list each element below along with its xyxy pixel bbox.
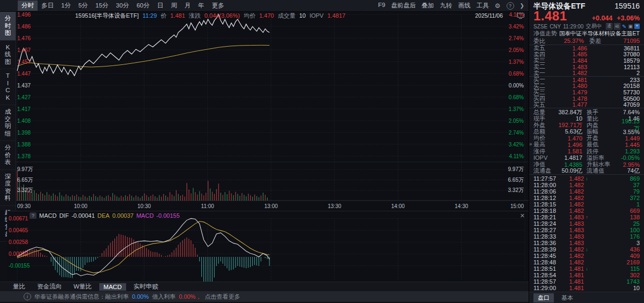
sidebar-item-label: 深 度 资 料 <box>5 173 11 202</box>
tab-fundamentals[interactable]: 基本 <box>557 293 577 302</box>
toolbar-tab-5[interactable]: 15分 <box>92 1 112 11</box>
indicator-tab-2[interactable]: 资金流向 <box>33 282 66 291</box>
sidebar-item-3[interactable]: T I C K <box>0 69 16 105</box>
indicator-help-icon[interactable]: ? <box>30 212 36 219</box>
snapshot-icon[interactable]: ▣ <box>628 24 633 29</box>
toolbar-tab-9[interactable]: 周 <box>167 1 181 11</box>
price-volume-chart[interactable]: 1.4964.11%1.4863.42%1.4762.74%1.4672.05%… <box>16 12 529 211</box>
tick-price: 1.482 <box>561 188 584 195</box>
macd-value-label: MACD <box>136 212 153 219</box>
indicator-tab-5[interactable]: 实时申赎 <box>129 282 163 291</box>
weicha-value: 71095 <box>601 38 640 44</box>
sidebar-item-6[interactable]: 深 度 资 料 <box>0 170 16 206</box>
toolbar-tab-7[interactable]: 60分 <box>133 1 153 11</box>
tick-row[interactable]: 11:28:121.482372 <box>529 195 644 201</box>
toolbar-tab-11[interactable]: 年 <box>194 1 208 11</box>
toolbar-action-4[interactable]: 九转 <box>440 2 452 10</box>
quote-timestamp: 11:29:00 <box>563 24 583 29</box>
tick-row[interactable]: 11:28:211.483↑138 <box>529 214 644 220</box>
toolbar-action-5[interactable]: 画线 <box>458 2 471 10</box>
svg-text:2.05%: 2.05% <box>509 118 524 124</box>
iopv-value: 1.4817 <box>327 12 346 19</box>
settings-gear-icon[interactable]: ⚙ <box>495 2 501 10</box>
toolbar-tab-3[interactable]: 1分 <box>57 1 75 11</box>
toolbar-tab-1[interactable]: 分时 <box>18 1 38 11</box>
pencil-icon[interactable]: ✎ <box>622 24 626 29</box>
toolbar-tab-10[interactable]: 月 <box>181 1 195 11</box>
svg-text:3.42%: 3.42% <box>509 24 524 29</box>
tick-time: 11:28:06 <box>533 188 561 195</box>
toolbar-action-items: F9盘前盘后叠加九转画线工具 <box>378 2 488 10</box>
tick-row[interactable]: 11:28:181.482669 <box>529 208 644 214</box>
indicator-tab-3[interactable]: W量比 <box>69 282 96 291</box>
period-tab-bar: 分时多日1分5分15分30分60分日周月年更多 <box>18 1 228 11</box>
tick-row[interactable]: 11:28:001.48237 <box>529 182 644 188</box>
indicator-tab-1[interactable]: 量比 <box>9 282 30 291</box>
svg-text:1.427: 1.427 <box>17 94 31 100</box>
tick-row[interactable]: 11:28:271.483100 <box>529 227 644 233</box>
toolbar-tab-6[interactable]: 30分 <box>112 1 133 11</box>
expand-arrow-icon[interactable]: ❯ <box>520 3 524 9</box>
tick-volume: 138 <box>590 214 640 220</box>
ask-row[interactable]: 卖一1.4822 <box>529 70 644 76</box>
tick-row[interactable]: 11:28:571.4811743 <box>529 278 644 285</box>
tick-row[interactable]: 11:28:151.4821 <box>529 201 644 208</box>
toolbar-action-6[interactable]: 工具 <box>477 2 489 10</box>
stat-value: 1.470 <box>558 135 582 142</box>
bid-row[interactable]: 买五1.47747059 <box>529 101 644 108</box>
svg-text:1.476: 1.476 <box>17 35 31 41</box>
tick-row[interactable]: 11:28:361.4833 <box>529 240 644 246</box>
help-icon[interactable]: ? <box>507 2 514 10</box>
currency-label: CNY <box>550 24 561 29</box>
tick-time: 11:28:21 <box>533 214 561 220</box>
notice-more-link[interactable]: 点击查看更多 <box>204 293 240 301</box>
toolbar-action-2[interactable]: 盘前盘后 <box>391 2 416 10</box>
svg-text:15:00: 15:00 <box>510 203 524 209</box>
toolbar-tab-12[interactable]: 更多 <box>208 1 228 11</box>
margin-badge: 融 <box>614 23 620 29</box>
tick-row[interactable]: 11:28:241.48325 <box>529 220 644 227</box>
tick-price: 1.481 <box>561 285 584 291</box>
tick-row[interactable]: 11:28:451.482409 <box>529 253 644 259</box>
stat-value: -0.05% <box>617 154 640 161</box>
sidebar-item-2[interactable]: K 线 图 <box>0 41 16 70</box>
tick-volume: 100 <box>590 227 640 233</box>
tick-row[interactable]: 11:28:541.481302 <box>529 272 644 278</box>
tick-price: 1.482 <box>561 208 584 214</box>
bid-row-label: 买五 <box>533 101 553 109</box>
change-percent: +3.06% <box>617 14 640 23</box>
tick-row[interactable]: 11:29:001.48110 <box>529 285 644 291</box>
svg-text:3.32万: 3.32万 <box>17 187 33 193</box>
bid-row-volume: 57730 <box>587 89 640 95</box>
collapse-panel-icon[interactable]: » <box>529 142 532 147</box>
tick-row[interactable]: 11:28:481.4822169 <box>529 259 644 265</box>
macd-chart[interactable]: 0.006710.004650.002580.00052-0.00155 <box>7 211 529 282</box>
svg-text:10:30: 10:30 <box>137 203 151 209</box>
svg-text:1.398: 1.398 <box>17 130 31 136</box>
toolbar-action-1[interactable]: F9 <box>378 2 385 10</box>
tick-row[interactable]: 11:28:391.482↓436 <box>529 246 644 253</box>
sidebar-item-1[interactable]: 分 时 图 <box>0 12 16 41</box>
tick-row[interactable]: 11:28:331.483176 <box>529 233 644 240</box>
toolbar-tab-8[interactable]: 日 <box>153 1 167 11</box>
tick-row[interactable]: 11:27:571.482↓869 <box>529 175 644 182</box>
nav-value[interactable]: 国泰中证半导体材料设备主题ET <box>559 30 640 38</box>
monitor-icon[interactable] <box>517 13 524 19</box>
toolbar-action-3[interactable]: 叠加 <box>422 2 434 10</box>
tick-price: 1.481 <box>561 272 584 278</box>
svg-text:3.32万: 3.32万 <box>508 187 524 193</box>
sidebar-item-5[interactable]: 分 价 表 <box>0 141 16 170</box>
svg-text:14:00: 14:00 <box>391 203 405 209</box>
tick-time: 11:28:51 <box>533 265 561 272</box>
toolbar-tab-2[interactable]: 多日 <box>38 1 57 11</box>
sidebar-item-4[interactable]: 成 交 明 细 <box>0 105 16 141</box>
add-icon[interactable]: + <box>634 24 640 29</box>
tick-volume: 436 <box>590 246 640 253</box>
tick-row[interactable]: 11:28:511.481↓115 <box>529 265 644 272</box>
stat-value: 3.55% <box>617 129 640 135</box>
toolbar-tab-4[interactable]: 5分 <box>75 1 92 11</box>
tick-row[interactable]: 11:28:061.48279 <box>529 188 644 195</box>
indicator-tab-4[interactable]: MACD <box>99 283 126 291</box>
tab-order-book[interactable]: 盘口 <box>533 293 554 302</box>
stat-label: 流通盘 <box>533 167 558 175</box>
